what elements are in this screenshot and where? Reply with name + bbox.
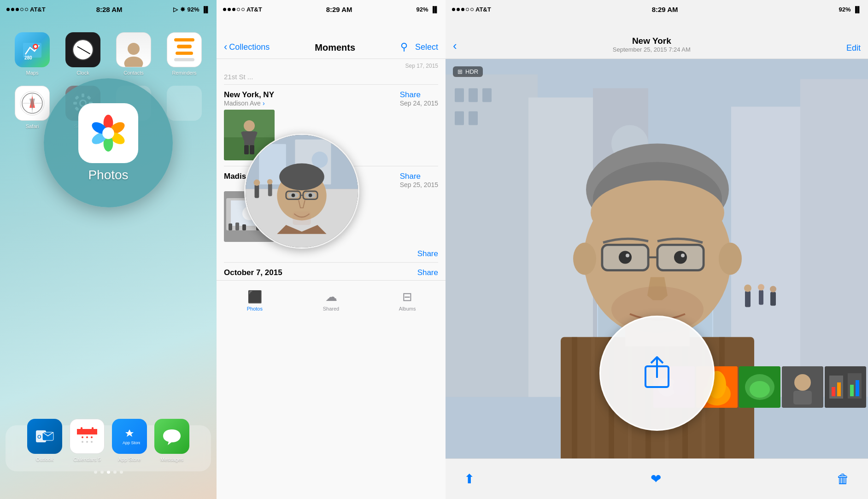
photos-flower-svg [90, 115, 127, 152]
bluetooth-icon: ✸ [180, 6, 185, 13]
dock: O Outlook [0, 419, 217, 462]
app-contacts[interactable]: Contacts [111, 32, 157, 76]
svg-point-74 [267, 179, 273, 185]
battery-detail: 92% [839, 6, 851, 13]
contacts-svg [120, 37, 147, 67]
app-messages[interactable]: Messages [154, 419, 189, 462]
collections-back-button[interactable]: Collections [229, 42, 270, 52]
detail-photo-area[interactable]: ⊞ HDR [446, 59, 868, 458]
svg-rect-148 [829, 376, 843, 399]
reminders-label: Reminders [172, 70, 196, 76]
battery-home: 92% [188, 6, 199, 13]
moment-meta-1: Share Sep 24, 2015 [400, 90, 438, 107]
strip-thumb-4[interactable] [782, 366, 823, 408]
moments-screen: AT&T 8:29 AM 92% ▐▌ ‹ Collections Moment… [217, 0, 446, 499]
svg-rect-73 [268, 183, 272, 196]
nav-left-moments[interactable]: ‹ Collections [224, 41, 270, 53]
battery-icon-detail: ▐▌ [853, 6, 862, 13]
search-button[interactable]: ⚲ [400, 41, 408, 53]
appstore-icon: App Store [112, 419, 147, 454]
hdr-layers-icon: ⊞ [457, 68, 463, 75]
favorite-button[interactable]: ❤ [651, 471, 661, 487]
dot3 [16, 8, 19, 11]
app-cal5[interactable]: Calendars 5 [70, 419, 105, 462]
svg-rect-35 [81, 427, 82, 431]
app-outlook[interactable]: O Outlook [27, 419, 62, 462]
edit-button[interactable]: Edit [846, 43, 861, 53]
clock-hour-hand [77, 46, 83, 50]
svg-point-4 [128, 43, 140, 55]
moment-sublocation-1: Madison Ave › [224, 100, 274, 107]
svg-rect-106 [770, 292, 776, 306]
strip-thumb-svg-3 [739, 366, 780, 408]
select-button[interactable]: Select [415, 42, 438, 52]
svg-rect-104 [759, 290, 763, 305]
share-btn-3[interactable]: Share [417, 249, 438, 258]
strip-thumb-svg-4 [782, 366, 823, 408]
maps-svg: 280 [21, 38, 44, 61]
svg-point-131 [674, 251, 687, 264]
albums-tab-icon: ⊟ [402, 290, 412, 304]
svg-rect-51 [250, 145, 254, 154]
strip-thumb-svg-5 [825, 366, 866, 408]
svg-point-105 [758, 284, 764, 291]
photos-zoom-overlay[interactable]: Photos [44, 78, 173, 207]
status-bar-moments: AT&T 8:29 AM 92% ▐▌ [217, 0, 446, 18]
app-maps[interactable]: 280 Maps [9, 32, 55, 76]
detail-title: New York [457, 36, 846, 46]
appstore-svg: App Store [119, 426, 140, 447]
moment-location-1: New York, NY [224, 90, 274, 100]
reminder-line-4 [174, 58, 194, 61]
svg-rect-149 [848, 373, 862, 399]
svg-rect-34 [77, 429, 97, 434]
partial-date-text: Sep 17, 2015 [405, 63, 438, 73]
share-row-3: Share [217, 247, 446, 262]
clock-minute-hand [83, 49, 91, 54]
magnify-face-svg [246, 134, 358, 249]
safari-icon [15, 86, 50, 121]
detail-back-button[interactable]: ‹ [453, 39, 457, 53]
svg-point-46 [244, 120, 255, 131]
home-screen: AT&T 8:28 AM ▷ ✸ 92% ▐▌ 280 Maps [0, 0, 217, 499]
clock-icon [65, 32, 100, 67]
magnify-inner [246, 135, 358, 247]
magnify-circle [244, 134, 359, 249]
tab-photos[interactable]: ⬛ Photos [217, 290, 293, 311]
photo-detail-screen: AT&T 8:29 AM 92% ▐▌ ‹ New York September… [446, 0, 868, 499]
strip-thumb-3[interactable] [739, 366, 780, 408]
svg-point-38 [86, 436, 88, 438]
messages-svg [161, 426, 182, 447]
svg-rect-58 [242, 224, 246, 230]
app-clock[interactable]: Clock [60, 32, 106, 76]
detail-nav-bar: ‹ New York September 25, 2015 7:24 AM Ed… [446, 18, 868, 59]
app-reminders[interactable]: Reminders [161, 32, 207, 76]
svg-point-28 [102, 127, 114, 139]
status-left-home: AT&T [6, 6, 46, 13]
moment-group-3: October 7, 2015 Share [217, 263, 446, 280]
svg-point-124 [719, 243, 742, 275]
partial-location: 21st St ... [217, 73, 446, 84]
moments-title: Moments [315, 42, 355, 53]
clock-face [72, 39, 94, 60]
strip-thumb-5[interactable] [825, 366, 866, 408]
signal-dots [6, 8, 28, 11]
photos-tab-icon: ⬛ [247, 290, 262, 304]
reminder-line-1 [174, 38, 194, 41]
share-bottom-button[interactable]: ⬆ [464, 471, 475, 487]
share-btn-1[interactable]: Share [400, 90, 438, 100]
location-icon: ▷ [173, 6, 178, 13]
signal-dots-detail [452, 8, 474, 11]
share-btn-4[interactable]: Share [417, 268, 438, 277]
detail-subtitle: September 25, 2015 7:24 AM [457, 46, 846, 53]
svg-point-37 [82, 436, 83, 438]
tab-albums[interactable]: ⊟ Albums [369, 290, 446, 311]
battery-icon-home: ▐▌ [202, 6, 210, 13]
moment-date-1: Sep 24, 2015 [400, 100, 438, 107]
sublocation-chevron-1: › [263, 100, 265, 107]
share-btn-2[interactable]: Share [400, 172, 438, 181]
tab-shared[interactable]: ☁ Shared [293, 290, 369, 311]
back-chevron-icon[interactable]: ‹ [224, 41, 227, 53]
app-appstore[interactable]: App Store App Store [112, 419, 147, 462]
delete-button[interactable]: 🗑 [837, 471, 850, 487]
carrier-detail: AT&T [475, 6, 491, 13]
